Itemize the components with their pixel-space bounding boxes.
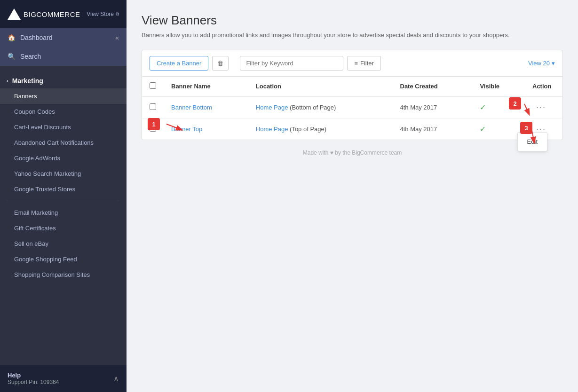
shopping-comparison-label: Shopping Comparison Sites [14, 271, 90, 278]
google-adwords-label: Google AdWords [14, 155, 60, 162]
location-detail: (Bottom of Page) [290, 104, 336, 111]
sidebar-item-google-shopping[interactable]: Google Shopping Feed [0, 251, 127, 267]
sidebar-footer: Help Support Pin: 109364 ∧ [0, 365, 127, 392]
create-banner-button[interactable]: Create a Banner [150, 56, 208, 71]
delete-button[interactable]: 🗑 [212, 56, 229, 71]
filter-input[interactable] [240, 56, 343, 71]
sidebar-item-search[interactable]: 🔍 Search [0, 47, 127, 66]
sidebar-item-yahoo-search[interactable]: Yahoo Search Marketing [0, 166, 127, 181]
table-row: Banner Top Home Page (Top of Page) 4th M… [142, 118, 562, 140]
sidebar-item-google-adwords[interactable]: Google AdWords [0, 150, 127, 166]
sidebar: BIGCOMMERCE View Store ⧉ 🏠 Dashboard « 🔍… [0, 0, 127, 392]
banner-name-cell: Banner Bottom [164, 96, 248, 118]
logo-small: COMMERCE [36, 10, 80, 18]
main-content: Create a Banner 🗑 ≡ Filter View 20 ▾ 1 2 [127, 46, 578, 392]
location-link[interactable]: Home Page [256, 104, 288, 111]
footer-info: Help Support Pin: 109364 [8, 372, 59, 385]
toolbar: Create a Banner 🗑 ≡ Filter View 20 ▾ [142, 50, 563, 76]
main-content-area: View Banners Banners allow you to add pr… [127, 0, 578, 392]
support-pin: Support Pin: 109364 [8, 379, 59, 385]
visible-check-icon: ✓ [480, 103, 486, 111]
abandoned-cart-label: Abandoned Cart Notifications [14, 139, 94, 146]
logo-big: BIG [24, 10, 36, 18]
logo-area: BIGCOMMERCE [8, 8, 80, 20]
page-footer: Made with ♥ by the BigCommerce team [142, 140, 563, 165]
chevron-down-icon: ▾ [552, 60, 555, 67]
logo-icon [8, 8, 21, 20]
location-cell: Home Page (Top of Page) [248, 118, 393, 140]
table-header: Banner Name Location Date Created Visibl… [142, 77, 562, 96]
logo-text: BIGCOMMERCE [24, 10, 80, 18]
chevron-up-icon: ∧ [113, 374, 119, 383]
sell-ebay-label: Sell on eBay [14, 240, 48, 247]
search-icon: 🔍 [8, 53, 16, 60]
sidebar-item-sell-ebay[interactable]: Sell on eBay [0, 236, 127, 251]
sidebar-search-label: Search [20, 53, 41, 60]
row-checkbox-cell [142, 96, 164, 118]
banner-name-header: Banner Name [164, 77, 248, 96]
page-description: Banners allow you to add promotional lin… [142, 31, 563, 39]
sidebar-item-cart-discounts[interactable]: Cart-Level Discounts [0, 119, 127, 135]
collapse-icon: « [115, 34, 119, 41]
select-all-checkbox[interactable] [150, 82, 156, 89]
date-created-header: Date Created [393, 77, 473, 96]
sidebar-item-email-marketing[interactable]: Email Marketing [0, 205, 127, 220]
page-title: View Banners [142, 13, 563, 28]
row-checkbox[interactable] [150, 103, 156, 110]
view-store-link[interactable]: View Store ⧉ [87, 11, 119, 17]
sidebar-item-google-trusted[interactable]: Google Trusted Stores [0, 181, 127, 197]
annotation-1: 1 [148, 118, 160, 130]
sidebar-item-coupon-codes[interactable]: Coupon Codes [0, 104, 127, 119]
table-container: 1 2 3 Banner Name Locatio [142, 76, 563, 140]
banners-label: Banners [14, 93, 37, 100]
sidebar-item-gift-certificates[interactable]: Gift Certificates [0, 220, 127, 236]
sidebar-item-shopping-comparison[interactable]: Shopping Comparison Sites [0, 267, 127, 282]
sidebar-item-banners[interactable]: Banners [0, 88, 127, 104]
svg-line-0 [166, 124, 182, 130]
filter-icon: ≡ [354, 60, 358, 67]
svg-line-1 [524, 104, 529, 114]
chevron-left-icon: ‹ [7, 78, 8, 84]
trash-icon: 🗑 [217, 60, 223, 67]
external-link-icon: ⧉ [116, 11, 119, 17]
home-icon: 🏠 [8, 34, 16, 41]
sidebar-divider [7, 201, 120, 201]
sidebar-item-abandoned-cart[interactable]: Abandoned Cart Notifications [0, 135, 127, 150]
marketing-label: Marketing [12, 77, 43, 85]
annotation-2: 2 [509, 97, 521, 110]
annotation-3: 3 [520, 122, 532, 134]
marketing-section-header[interactable]: ‹ Marketing [0, 73, 127, 88]
gift-certificates-label: Gift Certificates [14, 225, 56, 232]
filter-label: Filter [360, 60, 374, 67]
sidebar-section-marketing: ‹ Marketing Banners Coupon Codes Cart-Le… [0, 66, 127, 286]
visible-check-icon: ✓ [480, 125, 486, 133]
google-shopping-label: Google Shopping Feed [14, 256, 77, 263]
view-label: View 20 [528, 60, 550, 67]
coupon-codes-label: Coupon Codes [14, 108, 55, 115]
location-cell: Home Page (Bottom of Page) [248, 96, 393, 118]
email-marketing-label: Email Marketing [14, 209, 58, 216]
cart-discounts-label: Cart-Level Discounts [14, 124, 71, 131]
sidebar-dashboard-label: Dashboard [20, 34, 53, 41]
checkbox-header [142, 77, 164, 96]
date-cell: 4th May 2017 [393, 118, 473, 140]
action-header: Action [525, 77, 562, 96]
filter-button[interactable]: ≡ Filter [347, 56, 380, 71]
help-title: Help [8, 372, 59, 379]
sidebar-header: BIGCOMMERCE View Store ⧉ [0, 0, 127, 28]
location-link[interactable]: Home Page [256, 125, 288, 133]
google-trusted-label: Google Trusted Stores [14, 186, 75, 193]
view-select[interactable]: View 20 ▾ [528, 60, 555, 67]
location-detail: (Top of Page) [290, 125, 326, 133]
yahoo-search-label: Yahoo Search Marketing [14, 170, 81, 177]
sidebar-nav-top: 🏠 Dashboard « 🔍 Search [0, 28, 127, 66]
main-header: View Banners Banners allow you to add pr… [127, 0, 578, 46]
footer-text: Made with ♥ by the BigCommerce team [303, 149, 402, 156]
header-row: Banner Name Location Date Created Visibl… [142, 77, 562, 96]
banner-name-link[interactable]: Banner Bottom [171, 104, 212, 111]
visible-header: Visible [472, 77, 525, 96]
sidebar-item-dashboard[interactable]: 🏠 Dashboard « [0, 28, 127, 47]
date-cell: 4th May 2017 [393, 96, 473, 118]
location-header: Location [248, 77, 393, 96]
view-store-label: View Store [87, 11, 114, 17]
